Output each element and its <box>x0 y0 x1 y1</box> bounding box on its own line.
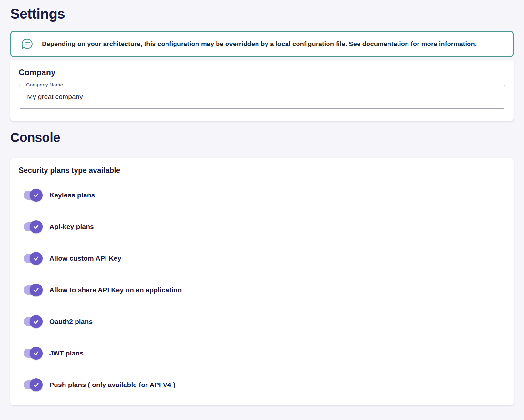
toggle-thumb <box>30 315 43 328</box>
info-banner: Depending on your architecture, this con… <box>10 31 514 57</box>
plan-toggle[interactable] <box>24 315 42 328</box>
plan-toggle-label: Keyless plans <box>49 191 95 199</box>
plan-toggle-label: Oauth2 plans <box>49 318 93 325</box>
plan-toggle[interactable] <box>24 378 42 391</box>
console-card: Security plans type available Keyless pl… <box>10 158 514 405</box>
toggle-thumb <box>30 189 43 202</box>
toggle-thumb <box>30 378 43 391</box>
company-card: Company Company Name <box>10 60 514 121</box>
plan-toggle-label: JWT plans <box>49 349 84 357</box>
check-icon <box>33 350 40 357</box>
plan-toggle[interactable] <box>24 284 42 296</box>
plan-toggle-row: Keyless plans <box>19 179 505 211</box>
plan-toggle-row: Api-key plans <box>19 211 505 243</box>
company-heading: Company <box>19 67 505 77</box>
check-icon <box>33 381 40 388</box>
plan-toggle-row: Push plans ( only available for API V4 ) <box>19 369 505 401</box>
plan-toggle-label: Push plans ( only available for API V4 ) <box>49 381 176 389</box>
toggle-thumb <box>30 252 43 265</box>
plan-toggle-label: Allow to share API Key on an application <box>49 286 182 294</box>
console-section-title: Console <box>10 129 514 145</box>
check-icon <box>33 255 40 262</box>
company-name-label: Company Name <box>24 82 65 88</box>
plan-toggle-row: Allow custom API Key <box>19 243 505 274</box>
toggle-thumb <box>30 347 43 360</box>
plan-toggle[interactable] <box>24 252 42 265</box>
plan-toggle[interactable] <box>24 220 42 233</box>
plans-list: Keyless plans Api-key plans Allow custom… <box>19 179 505 401</box>
plan-toggle[interactable] <box>24 189 42 202</box>
company-name-field-wrapper: Company Name <box>19 85 505 109</box>
toggle-thumb <box>30 220 43 233</box>
check-icon <box>33 223 40 230</box>
company-name-input[interactable] <box>19 93 505 101</box>
settings-page: Settings Depending on your architecture,… <box>0 5 524 405</box>
plan-toggle-row: JWT plans <box>19 337 505 369</box>
plan-toggle-label: Api-key plans <box>49 223 94 231</box>
plan-toggle-label: Allow custom API Key <box>49 255 121 262</box>
check-icon <box>33 192 40 199</box>
plan-toggle-row: Oauth2 plans <box>19 306 505 337</box>
check-icon <box>33 318 40 325</box>
security-plans-heading: Security plans type available <box>19 166 505 175</box>
plan-toggle-row: Allow to share API Key on an application <box>19 274 505 306</box>
toggle-thumb <box>30 284 43 296</box>
check-icon <box>33 286 40 294</box>
banner-message: Depending on your architecture, this con… <box>42 40 477 48</box>
plan-toggle[interactable] <box>24 347 42 360</box>
page-title: Settings <box>10 5 514 23</box>
chat-bubble-icon <box>21 37 34 50</box>
